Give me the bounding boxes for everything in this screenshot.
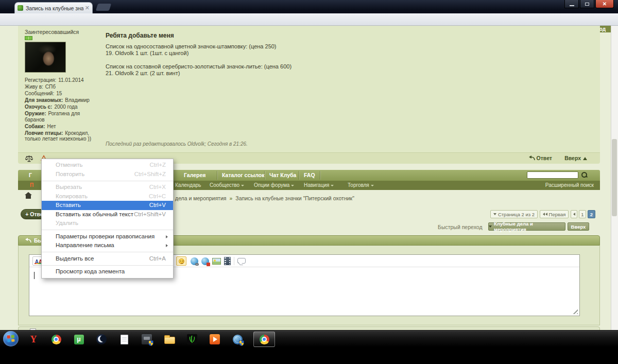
post-up-link[interactable]: Вверх	[564, 155, 587, 161]
menu-item-paste[interactable]: ВставитьCtrl+V	[42, 201, 173, 210]
nav-item-gallery[interactable]: Галерея	[184, 170, 205, 181]
nav-item-club-chat[interactable]: Чат Клуба	[269, 170, 296, 181]
first-page-button[interactable]: Первая	[540, 210, 569, 218]
post-line: Список на односоставной цветной значок-ш…	[106, 43, 569, 50]
post-body: Список на односоставной цветной значок-ш…	[106, 43, 569, 77]
new-tab-button[interactable]	[96, 4, 112, 11]
menu-item-paste-plain[interactable]: Вставить как обычный текстCtrl+Shift+V	[42, 210, 173, 219]
taskbar-explorer-folder-icon[interactable]	[160, 332, 179, 346]
profile-row: Собаки:Нет	[25, 124, 98, 130]
profile-row: Сообщений:15	[25, 91, 98, 97]
subnav-item-fragment[interactable]: П	[30, 181, 33, 190]
menu-item-redo[interactable]: ПовторитьCtrl+Shift+Z	[42, 170, 173, 179]
window-close-button[interactable]: ✕	[595, 0, 614, 8]
quick-jump-up-button[interactable]: Вверх	[568, 222, 589, 231]
taskbar-world-of-tanks-icon[interactable]	[137, 332, 157, 346]
nav-item-faq[interactable]: FAQ	[304, 170, 315, 181]
start-button[interactable]	[3, 331, 19, 346]
profile-row: Охочусь с:2000 года	[25, 104, 98, 110]
browser-toolbar: ← → piterhunt.ru/scripts/forum/showthrea…	[0, 13, 618, 26]
menu-separator	[42, 252, 173, 252]
taskbar: Y µ RU 21:32 14.03.2014	[0, 330, 618, 347]
toolbar-divider	[234, 257, 234, 265]
quote-icon[interactable]	[237, 258, 246, 264]
taskbar-web-shield-icon[interactable]	[228, 332, 247, 346]
up-arrow-icon	[583, 157, 587, 160]
subnav-item-forum-options[interactable]: Опции форума	[254, 181, 294, 190]
chevron-down-icon	[291, 185, 294, 186]
nav-separator	[217, 171, 217, 180]
search-input[interactable]	[527, 171, 578, 179]
breadcrumb-separator-icon: »	[229, 195, 232, 201]
smiley-icon[interactable]	[176, 256, 186, 266]
chevron-down-icon	[241, 185, 244, 186]
taskbar-yandex-browser-icon[interactable]: Y	[24, 332, 43, 346]
insert-video-icon[interactable]	[224, 257, 231, 265]
nav-separator	[320, 171, 320, 180]
reply-link[interactable]: Ответ	[528, 155, 552, 161]
avatar[interactable]	[25, 42, 66, 73]
menu-item-spellcheck-options[interactable]: Параметры проверки правописания	[42, 232, 173, 241]
menu-separator	[42, 230, 173, 230]
browser-tab[interactable]: Запись на клубные знач ✕	[14, 2, 93, 13]
reputation-badge	[25, 36, 32, 40]
taskbar-mediaget-icon[interactable]	[92, 332, 111, 346]
subnav-item-navigation[interactable]: Навигация	[304, 181, 334, 190]
taskbar-utorrent-icon[interactable]: µ	[69, 332, 89, 346]
chevron-down-icon	[493, 213, 496, 215]
search-icon[interactable]	[581, 172, 588, 178]
menu-item-delete[interactable]: Удалить	[42, 219, 173, 228]
insert-image-icon[interactable]	[212, 258, 221, 265]
menu-item-inspect-element[interactable]: Просмотр кода элемента	[42, 267, 173, 276]
profile-row: Регистрация:11.01.2014	[25, 77, 98, 83]
taskbar-chrome-active-button[interactable]	[253, 332, 275, 347]
scrollbar-thumb[interactable]	[612, 139, 617, 216]
tab-close-icon[interactable]: ✕	[85, 5, 90, 11]
post-line	[106, 57, 569, 63]
submenu-arrow-icon	[166, 244, 168, 247]
menu-item-undo[interactable]: ОтменитьCtrl+Z	[42, 161, 173, 170]
next-section-edge	[18, 326, 600, 330]
nav-item-links-catalog[interactable]: Каталог ссылок	[222, 170, 264, 181]
menu-item-copy[interactable]: КопироватьCtrl+C	[42, 192, 173, 201]
prev-page-button[interactable]	[571, 210, 577, 218]
quick-jump-forum-button[interactable]: Клубные дела и мероприятия	[488, 222, 565, 231]
post-line: 19. Oldvolk 1 шт. (1шт. с цангой)	[106, 50, 569, 57]
profile-row: Живу в:СПб	[25, 84, 98, 90]
nav-item-fragment[interactable]: Г	[29, 170, 32, 181]
tab-title: Запись на клубные знач	[26, 5, 83, 11]
forum-post: Заинтересовавшийся Регистрация:11.01.201…	[18, 26, 600, 152]
taskbar-razer-synapse-icon[interactable]	[182, 332, 202, 346]
edited-note: Последний раз редактировалось Oldvolk; С…	[106, 141, 248, 147]
chevron-down-icon	[489, 226, 492, 228]
taskbar-media-player-icon[interactable]	[205, 332, 225, 346]
advanced-search-link[interactable]: Расширенный поиск	[545, 181, 594, 190]
menu-item-cut[interactable]: ВырезатьCtrl+X	[42, 183, 173, 192]
page-select-button[interactable]: Страница 2 из 2	[490, 210, 538, 218]
taskbar-notepad-icon[interactable]	[114, 332, 134, 346]
nav-separator	[264, 171, 265, 180]
subnav-item-trade[interactable]: Торговля	[348, 181, 374, 190]
menu-item-select-all[interactable]: Выделить всеCtrl+A	[42, 254, 173, 264]
remove-link-icon[interactable]	[201, 257, 209, 265]
menu-separator	[42, 181, 173, 181]
resize-handle-icon[interactable]	[571, 307, 578, 314]
window-maximize-button[interactable]	[580, 0, 594, 8]
menu-item-writing-direction[interactable]: Направление письма	[42, 241, 173, 250]
double-left-icon	[545, 213, 547, 216]
breadcrumb-home-icon[interactable]	[26, 195, 31, 199]
taskbar-chrome-icon[interactable]	[46, 332, 66, 346]
reputation-scales-icon[interactable]	[25, 155, 33, 162]
site-favicon-icon	[18, 5, 23, 11]
page-1-button[interactable]: 1	[579, 210, 586, 218]
breadcrumb-text[interactable]: дела и мероприятия»Запись на клубные зна…	[175, 195, 354, 201]
subnav-item-community[interactable]: Сообщество	[210, 181, 244, 190]
subnav-item-calendar[interactable]: Календарь	[175, 181, 201, 190]
post-line: 21. Oldvolk 2 шт. (2 шт. винт)	[106, 70, 569, 77]
chevron-down-icon	[371, 185, 374, 186]
profile-row: Для знакомых:Владимир	[25, 97, 98, 103]
screen: Запись на клубные знач ✕ ✕ ← → piterhunt…	[0, 0, 618, 364]
window-minimize-button[interactable]	[564, 0, 579, 8]
insert-link-icon[interactable]	[191, 257, 198, 265]
author-profile: Регистрация:11.01.2014 Живу в:СПб Сообще…	[25, 77, 98, 143]
